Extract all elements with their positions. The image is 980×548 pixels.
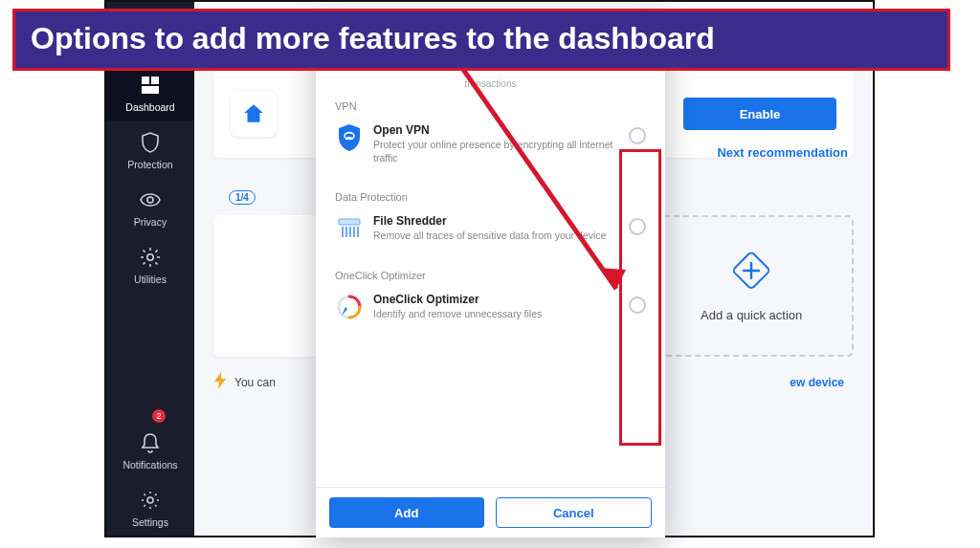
select-radio[interactable] xyxy=(629,127,646,144)
enable-button[interactable]: Enable xyxy=(683,98,836,130)
sidebar-item-settings[interactable]: Settings xyxy=(106,478,194,536)
dashboard-icon xyxy=(138,73,163,98)
svg-point-5 xyxy=(147,497,153,503)
feature-row-shredder: File Shredder Remove all traces of sensi… xyxy=(335,208,646,254)
svg-rect-0 xyxy=(142,77,149,84)
select-radio[interactable] xyxy=(629,296,646,314)
category-label: OneClick Optimizer xyxy=(335,270,646,281)
feature-row-optimizer: OneClick Optimizer Identify and remove u… xyxy=(335,287,646,333)
svg-point-3 xyxy=(147,197,153,203)
sidebar-label: Protection xyxy=(127,159,172,170)
vpn-icon xyxy=(335,123,364,152)
svg-rect-17 xyxy=(349,227,351,237)
svg-rect-15 xyxy=(342,227,344,237)
install-device-link[interactable]: ew device xyxy=(790,376,854,389)
recommendation-icon xyxy=(231,91,277,137)
sidebar-label: Settings xyxy=(132,516,168,528)
category-label: VPN xyxy=(335,100,646,112)
sidebar-label: Notifications xyxy=(122,459,177,471)
bolt-icon xyxy=(213,372,227,392)
notification-badge: 2 xyxy=(152,409,166,423)
footer-text: You can xyxy=(234,376,276,389)
partial-text: transactions xyxy=(316,71,665,91)
settings-icon xyxy=(138,488,163,513)
sidebar-label: Dashboard xyxy=(125,101,174,113)
sidebar-item-dashboard[interactable]: Dashboard xyxy=(106,63,194,121)
sidebar-label: Utilities xyxy=(134,274,167,285)
svg-rect-14 xyxy=(339,219,360,225)
modal-scroll[interactable]: transactions VPN Open VPN Protect your o… xyxy=(316,71,665,487)
sidebar-item-utilities[interactable]: Utilities xyxy=(106,235,194,293)
tile-label: Add a quick action xyxy=(701,308,802,322)
gear-icon xyxy=(138,245,163,270)
sidebar-item-privacy[interactable]: Privacy xyxy=(106,178,194,235)
cancel-button[interactable]: Cancel xyxy=(496,497,653,528)
svg-rect-18 xyxy=(353,227,355,237)
feature-desc: Identify and remove unnecessary files xyxy=(373,307,619,320)
feature-desc: Protect your online presence by encrypti… xyxy=(373,138,619,164)
bell-icon xyxy=(138,430,163,455)
svg-rect-16 xyxy=(345,227,347,237)
sidebar-item-notifications[interactable]: 2 Notifications xyxy=(106,421,194,478)
sidebar: Dashboard Protection Privacy Utilities xyxy=(106,2,194,536)
next-recommendation-link[interactable]: Next recommendation xyxy=(717,145,848,160)
svg-point-4 xyxy=(147,254,153,260)
feature-title: File Shredder xyxy=(373,214,619,228)
svg-rect-2 xyxy=(142,86,159,94)
feature-title: OneClick Optimizer xyxy=(373,293,619,306)
quick-actions-modal: Quick actions Pin what you use most to t… xyxy=(316,18,665,537)
shield-icon xyxy=(138,130,163,155)
svg-rect-19 xyxy=(357,227,359,237)
plus-diamond-icon xyxy=(730,250,772,295)
sidebar-label: Privacy xyxy=(134,216,167,228)
eye-icon xyxy=(138,187,163,212)
select-radio[interactable] xyxy=(629,218,646,235)
svg-rect-1 xyxy=(151,77,159,84)
sidebar-item-protection[interactable]: Protection xyxy=(106,121,194,178)
modal-footer: Add Cancel xyxy=(316,487,665,537)
optimizer-icon xyxy=(335,293,364,321)
add-button[interactable]: Add xyxy=(329,497,484,528)
feature-row-vpn: Open VPN Protect your online presence by… xyxy=(335,118,646,176)
recommendation-count: 1/4 xyxy=(229,190,256,205)
add-quick-action-tile[interactable]: Add a quick action xyxy=(649,215,854,357)
category-label: Data Protection xyxy=(335,191,646,203)
feature-title: Open VPN xyxy=(373,123,619,137)
annotation-banner: Options to add more features to the dash… xyxy=(12,9,950,71)
feature-desc: Remove all traces of sensitive data from… xyxy=(373,229,619,242)
shredder-icon xyxy=(335,214,364,243)
